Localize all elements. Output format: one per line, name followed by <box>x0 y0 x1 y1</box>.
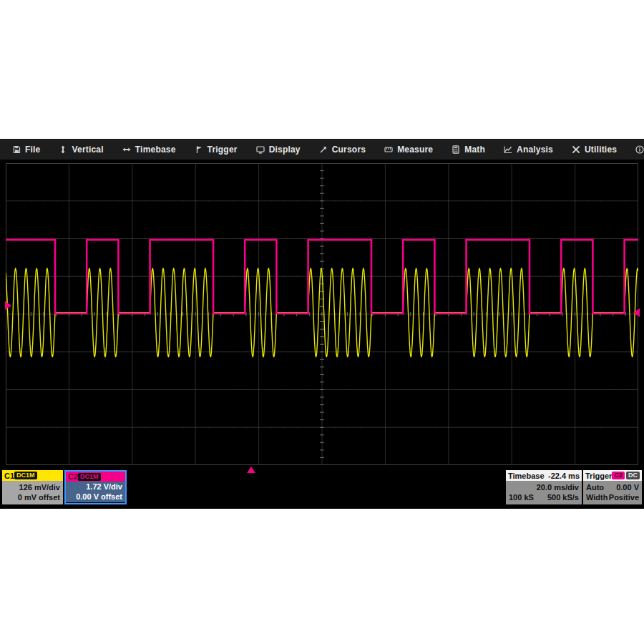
channel1-label: C1 <box>4 472 14 480</box>
trigger-descriptor-box[interactable]: Trigger C2 DC Auto 0.00 V Width Positive <box>583 470 642 504</box>
menu-item-file[interactable]: File <box>3 139 49 160</box>
trigger-source-badge: C2 <box>612 472 625 479</box>
waveform-plot <box>6 163 638 465</box>
channel2-label: C2 <box>68 472 78 481</box>
channel1-scale: 126 mV/div <box>19 483 60 492</box>
menu-item-analysis[interactable]: Analysis <box>494 139 562 160</box>
menu-item-label: Utilities <box>585 145 617 155</box>
menu-bar: FileVerticalTimebaseTriggerDisplayCursor… <box>0 139 644 160</box>
menu-item-display[interactable]: Display <box>247 139 310 160</box>
menu-item-timebase[interactable]: Timebase <box>113 139 185 160</box>
menu-item-label: Trigger <box>208 145 238 155</box>
timebase-delay: -22.4 ms <box>548 472 580 480</box>
analysis-icon <box>504 145 512 154</box>
timebase-memory: 100 kS <box>509 493 534 502</box>
menu-item-label: Math <box>464 145 485 155</box>
trigger-icon <box>195 145 203 154</box>
menu-item-label: Timebase <box>135 145 176 155</box>
timebase-descriptor-box[interactable]: Timebase -22.4 ms 20.0 ms/div 100 kS 500… <box>506 470 582 504</box>
cursors-icon <box>319 145 328 154</box>
channel2-offset-marker[interactable] <box>5 301 11 310</box>
channel2-descriptor-box[interactable]: C2 DC1M 1.72 V/div 0.00 V offset <box>64 470 127 504</box>
timebase-icon <box>122 145 131 154</box>
channel2-offset: 0.00 V offset <box>76 492 122 502</box>
utilities-icon <box>572 145 580 154</box>
waveform-display-area <box>6 163 638 465</box>
display-icon <box>256 145 265 154</box>
channel1-coupling-badge: DC1M <box>14 472 37 479</box>
timebase-scale: 20.0 ms/div <box>537 483 579 492</box>
channel1-offset: 0 mV offset <box>18 493 60 502</box>
menu-item-cursors[interactable]: Cursors <box>310 139 375 160</box>
oscilloscope-screen: FileVerticalTimebaseTriggerDisplayCursor… <box>0 139 644 509</box>
menu-item-label: Measure <box>397 145 433 155</box>
menu-item-label: Display <box>269 145 301 155</box>
support-icon <box>635 145 644 154</box>
trigger-slope: Positive <box>609 493 639 502</box>
timebase-label: Timebase <box>508 472 545 480</box>
menu-item-support[interactable]: Support <box>626 139 644 160</box>
trigger-level: 0.00 V <box>616 483 639 492</box>
trigger-type: Width <box>586 493 608 502</box>
math-icon <box>452 145 460 154</box>
menu-item-label: Cursors <box>332 145 366 155</box>
channel2-coupling-badge: DC1M <box>78 473 101 481</box>
trigger-mode: Auto <box>586 483 604 492</box>
timebase-sample-rate: 500 kS/s <box>547 493 579 502</box>
menu-item-label: Vertical <box>72 145 103 155</box>
channel2-scale: 1.72 V/div <box>86 482 122 492</box>
measure-icon <box>384 145 393 154</box>
trigger-coupling-badge: DC <box>626 472 640 479</box>
menu-item-vertical[interactable]: Vertical <box>49 139 112 160</box>
menu-item-trigger[interactable]: Trigger <box>185 139 247 160</box>
trigger-level-marker[interactable] <box>633 308 640 317</box>
status-bar: C1 DC1M 126 mV/div 0 mV offset C2 DC1M 1… <box>0 470 644 506</box>
menu-item-math[interactable]: Math <box>442 139 494 160</box>
menu-item-measure[interactable]: Measure <box>375 139 442 160</box>
channel1-descriptor-box[interactable]: C1 DC1M 126 mV/div 0 mV offset <box>2 470 63 504</box>
menu-item-utilities[interactable]: Utilities <box>562 139 626 160</box>
trigger-label: Trigger <box>585 472 612 480</box>
product-image-canvas: FileVerticalTimebaseTriggerDisplayCursor… <box>0 0 644 644</box>
menu-item-label: File <box>25 145 40 155</box>
vertical-icon <box>59 145 67 154</box>
file-icon <box>12 145 21 154</box>
menu-item-label: Analysis <box>517 145 553 155</box>
